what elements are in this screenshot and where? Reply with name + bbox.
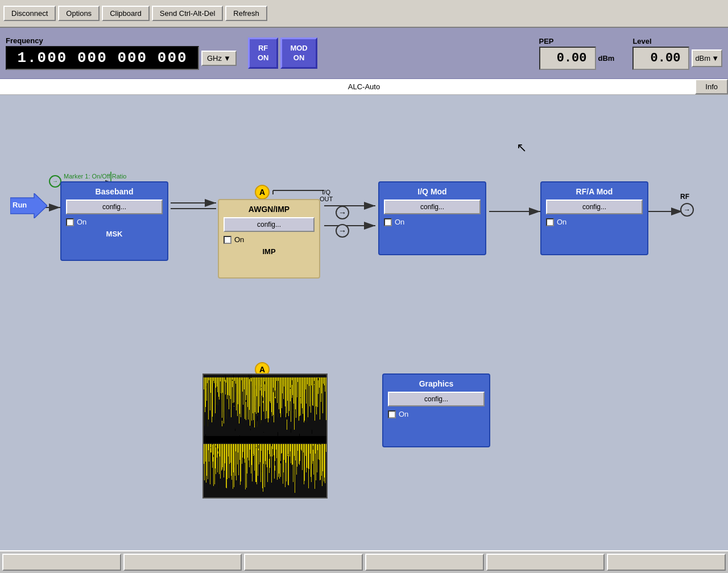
rfa-mod-on-label: On — [557, 218, 566, 226]
awgn-on-checkbox[interactable] — [224, 236, 231, 244]
arrows-svg — [0, 95, 728, 550]
rfa-mod-config-button[interactable]: config... — [546, 200, 643, 214]
baseband-block[interactable]: Baseband config... ✓ On MSK — [60, 181, 168, 261]
rf-out-label: RF — [680, 193, 689, 201]
pep-value[interactable]: 0.00 — [539, 47, 596, 70]
taskbar-btn-4[interactable] — [365, 554, 484, 571]
rfa-mod-title: RF/A Mod — [546, 187, 643, 196]
main-canvas: Run → Marker 1: On/Off Ratio 2: On/Off R… — [0, 95, 728, 550]
mod-on-button[interactable]: MODON — [280, 38, 317, 69]
iq-mod-config-button[interactable]: config... — [384, 200, 481, 214]
send-ctrl-alt-del-button[interactable]: Send Ctrl-Alt-Del — [152, 6, 224, 21]
baseband-title: Baseband — [66, 187, 163, 196]
waveform-display[interactable] — [202, 373, 328, 499]
level-unit-chevron: ▼ — [712, 54, 719, 63]
run-label: Run — [13, 201, 27, 209]
baseband-config-button[interactable]: config... — [66, 200, 163, 214]
taskbar-btn-3[interactable] — [244, 554, 363, 571]
iq-mod-on-row: ✓ On — [384, 218, 481, 226]
baseband-subtitle: MSK — [66, 230, 163, 238]
awgn-subtitle: IMP — [224, 247, 315, 256]
toolbar: Disconnect Options Clipboard Send Ctrl-A… — [0, 0, 728, 28]
rfa-mod-on-checkbox[interactable]: ✓ — [546, 218, 554, 226]
a-badge-awgn[interactable]: A — [255, 185, 270, 200]
frequency-section: Frequency 1.000 000 000 000 GHz ▼ — [6, 36, 237, 70]
level-display: 0.00 dBm ▼ — [632, 47, 722, 70]
baseband-on-row: ✓ On — [66, 218, 163, 226]
awgn-title: AWGN/IMP — [224, 205, 315, 214]
awgn-imp-block[interactable]: AWGN/IMP config... On IMP — [218, 199, 320, 279]
iq-out-area: I/QOUT → → — [336, 206, 349, 238]
awgn-on-row: On — [224, 235, 315, 244]
options-button[interactable]: Options — [58, 6, 100, 21]
graphics-config-button[interactable]: config... — [388, 392, 485, 406]
info-button[interactable]: Info — [695, 79, 728, 94]
alc-bar: ALC-Auto Info — [0, 79, 728, 95]
rf-out-connector[interactable]: → — [680, 203, 694, 217]
freq-unit-chevron: ▼ — [224, 54, 231, 63]
cursor-indicator: ↖ — [516, 140, 527, 155]
iq-mod-title: I/Q Mod — [384, 187, 481, 196]
frequency-display: 1.000 000 000 000 GHz ▼ — [6, 46, 237, 70]
frequency-unit[interactable]: GHz ▼ — [201, 51, 237, 66]
baseband-on-label: On — [77, 218, 86, 226]
taskbar-btn-2[interactable] — [123, 554, 242, 571]
pep-label: PEP — [539, 37, 615, 45]
level-unit-label: dBm — [695, 54, 710, 63]
graphics-block[interactable]: Graphics config... ✓ On — [382, 373, 490, 447]
awgn-on-label: On — [234, 235, 244, 244]
rf-mod-buttons: RFON MODON — [248, 38, 317, 69]
level-label: Level — [632, 37, 722, 45]
graphics-on-label: On — [399, 410, 408, 418]
refresh-button[interactable]: Refresh — [225, 6, 267, 21]
graphics-on-row: ✓ On — [388, 410, 485, 418]
run-arrow[interactable]: Run — [10, 193, 47, 218]
iq-mod-on-checkbox[interactable]: ✓ — [384, 218, 392, 226]
header: Frequency 1.000 000 000 000 GHz ▼ RFON M… — [0, 28, 728, 79]
alc-text: ALC-Auto — [6, 82, 722, 91]
frequency-value[interactable]: 1.000 000 000 000 — [6, 46, 199, 70]
rfa-mod-block[interactable]: RF/A Mod config... ✓ On — [540, 181, 648, 255]
taskbar-btn-6[interactable] — [607, 554, 726, 571]
rf-on-button[interactable]: RFON — [248, 38, 279, 69]
taskbar — [0, 550, 728, 573]
iq-mod-block[interactable]: I/Q Mod config... ✓ On — [378, 181, 486, 255]
iq-mod-on-label: On — [395, 218, 404, 226]
level-section: Level 0.00 dBm ▼ — [632, 37, 722, 70]
marker-line1: Marker 1: On/Off Ratio — [64, 172, 126, 181]
taskbar-btn-1[interactable] — [2, 554, 121, 571]
freq-unit-label: GHz — [207, 54, 222, 63]
baseband-on-checkbox[interactable]: ✓ — [66, 218, 74, 226]
pep-display: 0.00 dBm — [539, 47, 615, 70]
taskbar-btn-5[interactable] — [486, 554, 605, 571]
pep-unit: dBm — [598, 54, 615, 63]
level-value[interactable]: 0.00 — [632, 47, 689, 70]
iq-out-connector-1[interactable]: → — [336, 206, 349, 219]
frequency-label: Frequency — [6, 36, 237, 45]
awgn-config-button[interactable]: config... — [224, 217, 315, 232]
iq-out-label: I/QOUT — [320, 189, 333, 202]
graphics-on-checkbox[interactable]: ✓ — [388, 410, 396, 418]
clipboard-button[interactable]: Clipboard — [102, 6, 150, 21]
iq-out-connector-2[interactable]: → — [336, 224, 349, 238]
pep-section: PEP 0.00 dBm — [539, 37, 615, 70]
rfa-mod-on-row: ✓ On — [546, 218, 643, 226]
disconnect-button[interactable]: Disconnect — [3, 6, 56, 21]
graphics-title: Graphics — [388, 379, 485, 388]
level-unit-dropdown[interactable]: dBm ▼ — [692, 49, 722, 67]
